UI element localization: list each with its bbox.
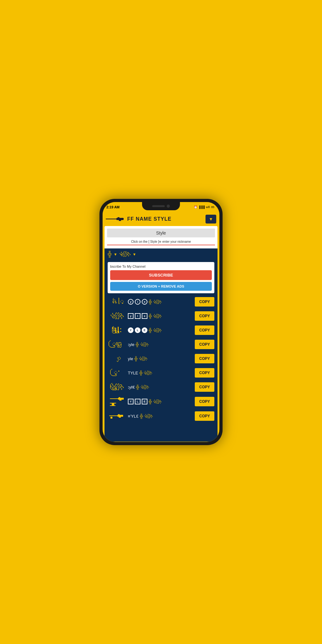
style-symbol-4: ꦿ꧒ [108,341,127,348]
style-text-6: TYLE ╬ ꧁꧂ [127,370,195,375]
style-text-8: Y L E ╬ ꧁꧂ [127,399,195,404]
gun-symbol-icon-8 [109,397,125,407]
battery-icon: 85 [211,206,214,209]
cross-icon-6: ╬ [140,370,143,375]
style-text-4: ꓽyle ╬ ꧁꧂ [127,342,195,347]
cross-icon-1: ╬ [149,299,152,304]
svg-rect-13 [117,415,123,417]
style-text-5: yle ╬ ꧁꧂ [127,356,195,361]
style-symbol-9 [108,413,127,419]
style-symbol-2: ꧁꧂ [108,313,127,319]
table-row: ꦿᱸ TYLE ╬ ꧁꧂ COPY [106,366,216,379]
dropdown-row: ╬ ▼ ꧁꧂ ▼ [104,248,218,260]
cross-icon-4: ╬ [136,342,139,347]
svg-rect-11 [110,405,116,406]
copy-button-7[interactable]: COPY [195,382,214,392]
table-row: ꩭ yle ╬ ꧁꧂ COPY [106,352,216,365]
status-icons: ⏰ ▐▐▐ wifi 85 [194,206,214,209]
cross-icon-8: ╬ [149,399,152,404]
svg-rect-2 [118,217,120,218]
status-bar: 2:19 AM ⏰ ▐▐▐ wifi 85 [103,202,219,212]
subscribe-button[interactable]: SUBSCRIBE [110,270,212,280]
dropdown-arrow-2[interactable]: ▼ [133,252,136,257]
svg-rect-16 [110,417,112,419]
flower-icon-7: ꧁꧂ [140,385,149,390]
table-row: ꧅ᱺ Y L E ╬ ꧁꧂ COPY [106,324,216,337]
table-row: ꫝᥣ꯬ y i e ╬ ꧁꧂ COPY [106,295,216,308]
svg-rect-7 [119,397,120,398]
style-symbol-3: ꧅ᱺ [108,327,127,334]
pro-button[interactable]: O VERSION + REMOVE ADS [110,282,212,291]
subscribe-section: bscribe To My Channel SUBSCRIBE O VERSIO… [108,262,214,293]
signal-icon: ▐▐▐ [199,206,205,209]
cross-icon-5: ╬ [134,356,138,361]
symbol-icon-1: ╬ [108,251,112,258]
copy-button-4[interactable]: COPY [195,340,214,349]
style-text-1: y i e ╬ ꧁꧂ [127,299,195,305]
input-hint: Click on the [ Style ]≋ enter your nickn… [107,239,215,245]
dropdown-arrow-1[interactable]: ▼ [114,252,117,257]
header-dropdown-button[interactable]: ▼ [206,215,216,224]
flower-icon-9: ꧁꧂ [144,414,153,419]
svg-rect-9 [110,403,116,403]
wifi-icon: wifi [206,206,210,209]
table-row: ꦿ꧒ ꓽyle ╬ ꧁꧂ COPY [106,338,216,351]
copy-button-2[interactable]: COPY [195,311,214,321]
style-symbol-7: ꧁ꦿ꧂ [108,384,127,391]
cross-icon-2: ╬ [149,313,152,319]
style-text-2: y I e ╬ ꧁꧂ [127,313,195,319]
svg-rect-6 [118,398,124,400]
svg-rect-14 [118,414,120,415]
style-symbol-6: ꦿᱸ [108,369,127,376]
notch-speaker [152,205,165,207]
copy-button-8[interactable]: COPY [195,397,214,406]
flower-icon-3: ꧁꧂ [153,328,162,333]
svg-rect-15 [119,417,121,418]
app-header: FF NAME STYLE ▼ [103,212,219,226]
flower-icon-2: ꧁꧂ [153,313,162,319]
svg-rect-8 [119,400,122,401]
style-text-9: ≡ΎLƐ ╬ ꧁꧂ [127,414,195,419]
style-symbol-8 [108,397,127,407]
style-text-7: ꓽyℓ€ ╬ ꧁꧂ [127,385,195,390]
svg-rect-12 [109,415,119,416]
main-scroll[interactable]: ╬ ▼ ꧁꧂ ▼ bscribe To My Channel SUBSCRIBE… [104,248,218,442]
cross-icon-7: ╬ [136,385,139,390]
app-title-area: FF NAME STYLE [106,216,171,222]
svg-rect-3 [119,220,121,221]
style-symbol-5: ꩭ [108,355,127,362]
notch-camera [167,205,170,208]
flower-icon-4: ꧁꧂ [140,342,149,347]
svg-rect-5 [110,398,119,399]
table-row: ≡ΎLƐ ╬ ꧁꧂ COPY [106,409,216,423]
copy-button-5[interactable]: COPY [195,354,214,363]
copy-button-3[interactable]: COPY [195,325,214,335]
styles-list: ꫝᥣ꯬ y i e ╬ ꧁꧂ COPY ꧁꧂ [104,295,218,426]
table-row: Y L E ╬ ꧁꧂ COPY [106,395,216,408]
copy-button-9[interactable]: COPY [195,411,214,421]
style-text-3: Y L E ╬ ꧁꧂ [127,327,195,333]
cross-icon-3: ╬ [149,328,152,333]
gun-symbol-icon-9 [109,413,125,419]
subscribe-text: bscribe To My Channel [110,265,212,268]
svg-rect-0 [106,219,118,219]
flower-icon-1: ꧁꧂ [153,299,162,304]
flower-icon-8: ꧁꧂ [153,399,162,404]
cross-icon-9: ╬ [140,414,143,419]
table-row: ꧁ꦿ꧂ ꓽyℓ€ ╬ ꧁꧂ COPY [106,380,216,394]
flower-icon-6: ꧁꧂ [144,370,152,375]
table-row: ꧁꧂ y I e ╬ ꧁꧂ COPY [106,309,216,323]
svg-rect-10 [112,403,114,405]
app-title: FF NAME STYLE [127,216,171,222]
style-symbol-1: ꫝᥣ꯬ [108,298,127,305]
style-label: Style [107,229,215,237]
copy-button-1[interactable]: COPY [195,297,214,307]
gun-icon [106,216,125,222]
alarm-icon: ⏰ [194,206,197,209]
symbol-icon-2: ꧁꧂ [119,251,131,258]
content-area: Style Click on the [ Style ]≋ enter your… [104,226,218,248]
flower-icon-5: ꧁꧂ [139,356,148,361]
status-time: 2:19 AM [106,205,120,209]
copy-button-6[interactable]: COPY [195,368,214,378]
notch [142,202,180,210]
